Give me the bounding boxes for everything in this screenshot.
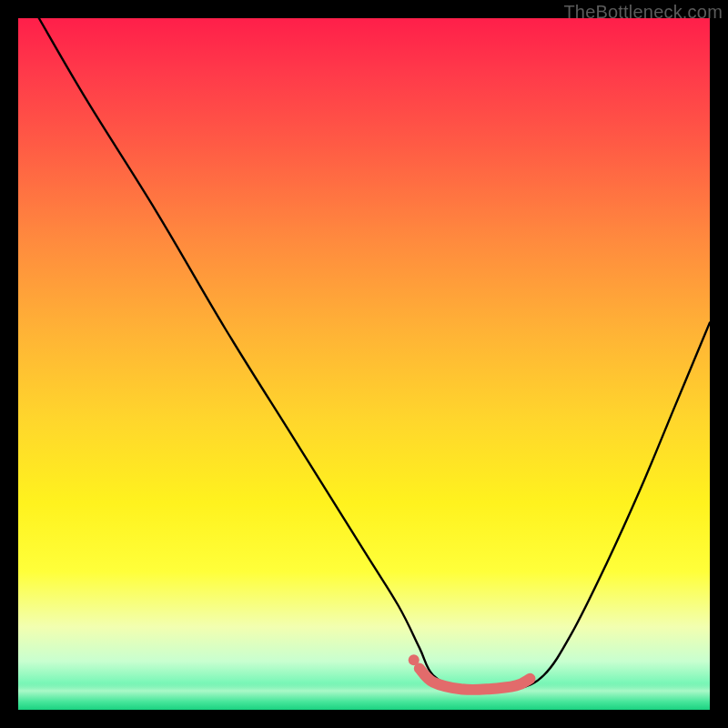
bottleneck-curve-line xyxy=(39,18,710,690)
bottleneck-curve-svg xyxy=(18,18,710,710)
attribution-text: TheBottleneck.com xyxy=(563,2,723,23)
plot-area xyxy=(18,18,710,710)
chart-frame xyxy=(18,18,710,710)
optimal-point-dot xyxy=(409,654,420,665)
optimal-range-highlight xyxy=(420,668,531,690)
